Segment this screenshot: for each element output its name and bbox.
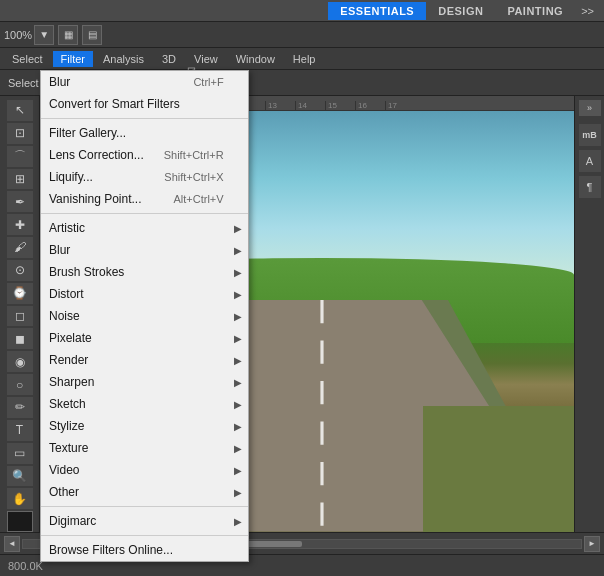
menu-item-other[interactable]: Other ▶ [41,481,248,503]
menu-item-texture-label: Texture [49,441,88,455]
menu-item-texture-arrow: ▶ [234,443,242,454]
menu-item-brush-strokes-label: Brush Strokes [49,265,124,279]
menu-item-lens-correction-label: Lens Correction... [49,148,144,162]
menu-item-noise-label: Noise [49,309,80,323]
menu-item-video-label: Video [49,463,79,477]
menu-item-sketch-label: Sketch [49,397,86,411]
menu-item-filter-gallery-label: Filter Gallery... [49,126,126,140]
filter-dropdown-menu: Blur Ctrl+F Convert for Smart Filters Fi… [40,70,249,562]
menu-item-distort-arrow: ▶ [234,289,242,300]
menu-item-liquify-shortcut: Shift+Ctrl+X [164,171,223,183]
menu-item-blur-shortcut: Ctrl+F [193,76,223,88]
menu-item-other-arrow: ▶ [234,487,242,498]
menu-item-stylize-arrow: ▶ [234,421,242,432]
menu-item-digimarc[interactable]: Digimarc ▶ [41,510,248,532]
dropdown-overlay: Blur Ctrl+F Convert for Smart Filters Fi… [0,0,604,576]
menu-item-browse-filters[interactable]: Browse Filters Online... [41,539,248,561]
menu-item-blur2-arrow: ▶ [234,245,242,256]
menu-item-other-label: Other [49,485,79,499]
menu-item-pixelate-label: Pixelate [49,331,92,345]
menu-item-video-arrow: ▶ [234,465,242,476]
menu-item-blur-label: Blur [49,75,70,89]
separator-1 [41,118,248,119]
separator-3 [41,506,248,507]
menu-item-vanishing-point[interactable]: Vanishing Point... Alt+Ctrl+V [41,188,248,210]
menu-item-pixelate-arrow: ▶ [234,333,242,344]
menu-item-browse-filters-label: Browse Filters Online... [49,543,173,557]
menu-item-distort-label: Distort [49,287,84,301]
menu-item-pixelate[interactable]: Pixelate ▶ [41,327,248,349]
menu-item-artistic-arrow: ▶ [234,223,242,234]
menu-item-render-arrow: ▶ [234,355,242,366]
menu-item-stylize-label: Stylize [49,419,84,433]
menu-item-stylize[interactable]: Stylize ▶ [41,415,248,437]
menu-item-blur2-label: Blur [49,243,70,257]
menu-item-smart-filters-label: Convert for Smart Filters [49,97,180,111]
menu-item-smart-filters[interactable]: Convert for Smart Filters [41,93,248,115]
menu-item-sketch-arrow: ▶ [234,399,242,410]
menu-item-video[interactable]: Video ▶ [41,459,248,481]
menu-item-liquify[interactable]: Liquify... Shift+Ctrl+X [41,166,248,188]
menu-item-render[interactable]: Render ▶ [41,349,248,371]
menu-item-artistic-label: Artistic [49,221,85,235]
menu-item-lens-correction-shortcut: Shift+Ctrl+R [164,149,224,161]
separator-2 [41,213,248,214]
menu-item-liquify-label: Liquify... [49,170,93,184]
menu-item-digimarc-label: Digimarc [49,514,96,528]
menu-item-brush-strokes[interactable]: Brush Strokes ▶ [41,261,248,283]
menu-item-noise-arrow: ▶ [234,311,242,322]
menu-item-brush-strokes-arrow: ▶ [234,267,242,278]
menu-item-filter-gallery[interactable]: Filter Gallery... [41,122,248,144]
separator-4 [41,535,248,536]
menu-item-digimarc-arrow: ▶ [234,516,242,527]
menu-item-noise[interactable]: Noise ▶ [41,305,248,327]
menu-item-sharpen-label: Sharpen [49,375,94,389]
menu-item-texture[interactable]: Texture ▶ [41,437,248,459]
menu-item-distort[interactable]: Distort ▶ [41,283,248,305]
menu-item-artistic[interactable]: Artistic ▶ [41,217,248,239]
menu-item-blur2[interactable]: Blur ▶ [41,239,248,261]
menu-item-blur[interactable]: Blur Ctrl+F [41,71,248,93]
menu-item-sharpen-arrow: ▶ [234,377,242,388]
menu-item-sketch[interactable]: Sketch ▶ [41,393,248,415]
menu-item-vanishing-point-shortcut: Alt+Ctrl+V [174,193,224,205]
menu-item-lens-correction[interactable]: Lens Correction... Shift+Ctrl+R [41,144,248,166]
menu-item-sharpen[interactable]: Sharpen ▶ [41,371,248,393]
menu-item-render-label: Render [49,353,88,367]
menu-item-vanishing-point-label: Vanishing Point... [49,192,142,206]
